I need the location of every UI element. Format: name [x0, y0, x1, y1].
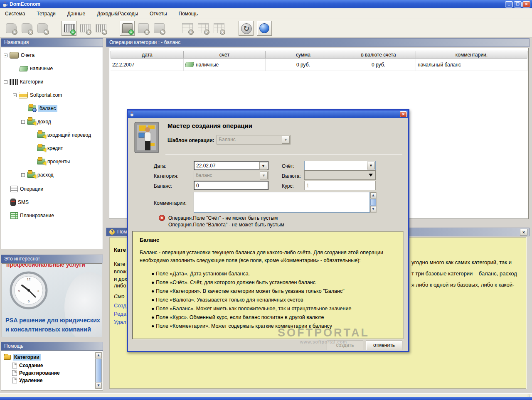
chevron-down-icon[interactable] — [369, 174, 373, 177]
scroll-down-icon[interactable]: ▼ — [370, 206, 376, 212]
tree-item-expense[interactable]: +расход — [21, 170, 54, 179]
cell-currency-sum[interactable]: 0 руб. — [341, 59, 416, 71]
sync-button[interactable] — [257, 21, 272, 36]
balance-input[interactable] — [194, 181, 268, 190]
help-bullet: ● Поле «Валюта». Указывается только для … — [151, 296, 397, 304]
confirm-plan-button: ✓ — [195, 21, 210, 36]
category-combobox: баланс▼ — [194, 171, 268, 180]
tree-item-interest[interactable]: проценты — [37, 157, 70, 166]
column-header-currency-sum[interactable]: в валюте счета — [341, 51, 416, 59]
softportal-watermark: SOFTPORTALwww.softportal.com — [278, 326, 369, 344]
column-header-comments[interactable]: комментарии. — [416, 51, 527, 59]
tree-item-balance[interactable]: баланс — [28, 104, 57, 113]
tree-item-softportal[interactable]: −Softportal.com — [13, 91, 62, 100]
menu-notebooks[interactable]: Тетради — [36, 10, 56, 17]
help-tree-scrollbar[interactable]: ▲ ▼ — [95, 352, 102, 389]
edit-operation-button: ✎ — [151, 21, 166, 36]
collapse-icon[interactable]: − — [21, 120, 25, 124]
column-header-date[interactable]: дата — [111, 51, 184, 59]
collapse-icon[interactable]: − — [4, 54, 7, 57]
menu-reports[interactable]: Отчеты — [149, 10, 167, 17]
delete-operation-button: x — [135, 21, 150, 36]
help-intro: Баланс - операция установки текущего бал… — [140, 249, 397, 265]
add-category-button[interactable]: + — [62, 21, 76, 36]
books-icon — [19, 92, 28, 98]
scroll-up-icon[interactable]: ▲ — [96, 352, 101, 358]
atm-illustration — [134, 121, 160, 154]
help-link-edit[interactable]: Реда — [114, 311, 126, 317]
add-operation-button[interactable]: + — [120, 21, 135, 36]
menu-help[interactable]: Помощь — [178, 10, 199, 17]
scrollbar-thumb[interactable] — [96, 359, 101, 382]
cell-comment[interactable]: начальный баланс — [416, 59, 527, 71]
tree-item-sms[interactable]: SMS — [10, 198, 29, 207]
dialog-close-icon[interactable]: ✕ — [400, 111, 407, 117]
tree-item-cash[interactable]: наличные — [20, 64, 53, 73]
tree-item-operations[interactable]: Операции — [10, 184, 43, 194]
maximize-button[interactable]: ❐ — [514, 1, 522, 7]
add-plan-button: + — [180, 21, 195, 36]
date-label: Дата: — [154, 163, 166, 169]
close-button[interactable]: ✕ — [522, 1, 530, 7]
sms-phone-icon — [10, 199, 16, 206]
tree-item-planning[interactable]: Планирование — [10, 211, 54, 220]
menu-income-expense[interactable]: Доходы&Расходы — [96, 10, 139, 17]
date-combobox[interactable]: 22.02.07▼ — [194, 161, 268, 170]
help-bullet: ● Поле «Дата». Дата установки баланса. — [151, 270, 397, 278]
scroll-up-icon[interactable]: ▲ — [370, 192, 376, 199]
help-text-fragment: Кате — [114, 261, 126, 267]
cell-account[interactable]: наличные — [184, 59, 266, 71]
ad-banner[interactable]: профессиональные услуги 12369 PSA решени… — [2, 263, 102, 337]
column-header-account[interactable]: счёт — [184, 51, 266, 59]
rate-label: Курс: — [282, 183, 294, 189]
help-tree-item-delete[interactable]: Удаление — [12, 376, 42, 385]
collapse-icon[interactable]: − — [13, 93, 17, 97]
currency-combobox[interactable] — [304, 170, 376, 180]
page-icon — [12, 363, 17, 368]
menu-system[interactable]: Система — [4, 10, 26, 17]
tree-item-credit[interactable]: кредит — [37, 144, 63, 153]
page-icon — [12, 370, 17, 376]
collapse-icon[interactable]: − — [4, 80, 7, 84]
tree-item-incoming-transfer[interactable]: входящий перевод — [37, 130, 91, 140]
cell-sum[interactable]: 0 руб. — [266, 59, 341, 71]
comments-scrollbar[interactable]: ▲ ▼ — [370, 192, 377, 213]
currency-label: Валюта: — [282, 173, 301, 179]
cash-icon — [19, 66, 28, 71]
ad-title: профессиональные услуги — [6, 263, 102, 268]
expand-icon[interactable]: + — [21, 173, 25, 177]
category-balance-icon — [28, 106, 36, 111]
page-icon — [12, 378, 17, 383]
category-expense-icon — [27, 172, 35, 178]
tree-item-income[interactable]: −доход — [21, 117, 51, 126]
cell-date[interactable]: 22.2.2007 — [111, 59, 184, 71]
delete-account-button: x — [19, 21, 34, 36]
help-bullet: ● Поле «Категория». В качестве категории… — [151, 287, 397, 296]
category-income-icon — [27, 119, 35, 125]
scrollbar-thumb[interactable] — [370, 199, 376, 206]
account-combobox[interactable]: ▼ — [304, 161, 376, 170]
chevron-down-icon[interactable]: ▼ — [367, 162, 375, 169]
chevron-down-icon[interactable]: ▼ — [259, 162, 267, 170]
menu-data[interactable]: Данные — [66, 10, 86, 17]
column-header-sum[interactable]: сумма — [266, 51, 341, 59]
svg-text:6: 6 — [28, 299, 30, 303]
help-tree-item-categories[interactable]: Категории — [4, 353, 41, 362]
help-text-fragment: либо — [114, 282, 126, 289]
tree-item-accounts[interactable]: −Счета — [4, 51, 34, 60]
comments-textarea[interactable] — [194, 192, 370, 213]
help-heading-fragment: Кате — [114, 247, 126, 253]
error-icon: ✕ — [159, 215, 165, 221]
minimize-button[interactable]: _ — [505, 1, 513, 7]
help-link-delete[interactable]: Удал — [114, 319, 126, 325]
category-income-icon — [37, 132, 45, 138]
refresh-button[interactable]: ↻ — [239, 21, 254, 36]
cancel-button[interactable]: отменить — [366, 341, 402, 350]
scroll-down-icon[interactable]: ▼ — [96, 383, 101, 389]
help-link-create[interactable]: Созд — [114, 302, 126, 309]
app-window: { "window": {"title": "DomEconom"}, "col… — [0, 0, 532, 400]
close-help-icon[interactable]: × — [520, 229, 527, 236]
separator — [165, 155, 402, 155]
account-label: Счёт: — [282, 163, 294, 169]
tree-item-categories[interactable]: −Категории — [4, 77, 43, 86]
